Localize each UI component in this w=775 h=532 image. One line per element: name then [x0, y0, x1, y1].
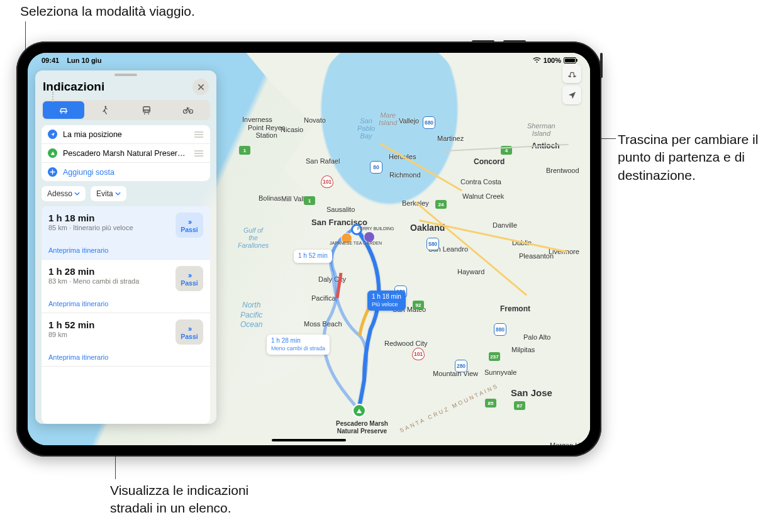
route-results-list: 1 h 18 min 85 km · Itinerario più veloce…: [42, 206, 210, 424]
directions-panel: Indicazioni: [35, 70, 216, 424]
destination-icon: [48, 148, 57, 158]
callout-show-list: Visualizza le indicazioni stradali in un…: [110, 482, 286, 518]
go-label: Passi: [181, 333, 198, 340]
home-indicator[interactable]: [272, 439, 346, 442]
steps-button[interactable]: ›› Passi: [176, 266, 203, 291]
drag-handle-icon[interactable]: [194, 150, 204, 157]
bubble-sub: Più veloce: [372, 301, 401, 308]
ipad-frame: 09:41 Lun 10 giu 100% North Pacific Ocea…: [16, 42, 601, 457]
preview-route-link[interactable]: Anteprima itinerario: [48, 300, 203, 308]
volume-button: [503, 40, 526, 43]
destination-label: Pescadero Marsh Natural Preserve: [63, 149, 186, 158]
go-label: Passi: [181, 279, 198, 287]
route-item-2[interactable]: 1 h 28 min 83 km · Meno cambi di strada …: [42, 260, 210, 313]
chevron-down-icon: [115, 192, 121, 196]
poi-label: FERRY BUILDING: [357, 226, 394, 231]
route-options-row: Adesso Evita: [35, 186, 216, 206]
route-bubble-alt2[interactable]: 1 h 28 min Meno cambi di strada: [267, 335, 330, 355]
callout-travel-mode: Seleziona la modalità viaggio.: [20, 3, 195, 20]
panel-grabber[interactable]: [114, 74, 137, 76]
add-stop-row[interactable]: Aggiungi sosta: [42, 163, 210, 181]
origin-label: La mia posizione: [63, 130, 122, 139]
route-detail: 83 km · Meno cambi di strada: [48, 277, 139, 285]
map-mode-button[interactable]: [562, 64, 581, 83]
close-button[interactable]: [192, 79, 209, 95]
route-stops-list: La mia posizione Pescadero Marsh Natural…: [42, 125, 210, 181]
svg-rect-1: [143, 107, 150, 113]
route-detail: 89 km: [48, 331, 94, 338]
route-bubble-primary[interactable]: 1 h 18 min Più veloce: [367, 291, 406, 311]
bubble-time: 1 h 18 min: [372, 293, 401, 301]
mode-drive[interactable]: [43, 101, 84, 119]
car-icon: [58, 106, 69, 114]
steps-button[interactable]: ›› Passi: [176, 319, 203, 345]
status-time: 09:41: [42, 57, 59, 64]
bubble-time: 1 h 52 min: [298, 252, 328, 259]
origin-icon: [48, 130, 57, 139]
avoid-dropdown[interactable]: Evita: [91, 186, 126, 201]
location-button[interactable]: [562, 86, 581, 104]
travel-mode-segment: [42, 100, 210, 120]
route-duration: 1 h 18 min: [48, 213, 133, 223]
double-chevron-icon: ››: [188, 324, 191, 333]
chevron-down-icon: [74, 192, 80, 196]
destination-label: Pescadero Marsh Natural Preserve: [336, 420, 388, 435]
route-item-1[interactable]: 1 h 18 min 85 km · Itinerario più veloce…: [42, 206, 210, 260]
preview-route-link[interactable]: Anteprima itinerario: [48, 247, 203, 254]
bike-icon: [182, 106, 194, 114]
mode-walk[interactable]: [84, 101, 126, 119]
stop-row-destination[interactable]: Pescadero Marsh Natural Preserve: [42, 144, 210, 163]
plus-icon: [48, 167, 57, 177]
wifi-icon: [533, 57, 541, 64]
double-chevron-icon: ››: [188, 271, 191, 279]
drag-handle-icon[interactable]: [194, 131, 204, 138]
bubble-sub: Meno cambi di strada: [271, 345, 325, 352]
svg-point-0: [104, 106, 106, 108]
svg-point-3: [148, 111, 149, 112]
transit-icon: [141, 106, 152, 114]
poi-label: JAPANESE TEA GARDEN: [330, 241, 382, 245]
callout-drag-reorder: Trascina per cambiare il punto di parten…: [618, 131, 775, 184]
go-label: Passi: [181, 226, 198, 233]
depart-time-dropdown[interactable]: Adesso: [42, 186, 86, 201]
walk-icon: [99, 106, 111, 114]
preview-route-link[interactable]: Anteprima itinerario: [48, 353, 203, 361]
status-date: Lun 10 giu: [67, 57, 101, 64]
double-chevron-icon: ››: [188, 218, 191, 226]
stop-row-origin[interactable]: La mia posizione: [42, 125, 210, 144]
destination-pin[interactable]: [352, 404, 366, 418]
depart-label: Adesso: [47, 189, 72, 198]
battery-icon: [564, 57, 576, 64]
steps-button[interactable]: ›› Passi: [176, 213, 203, 238]
route-item-3[interactable]: 1 h 52 min 89 km ›› Passi Anteprima itin…: [42, 313, 210, 367]
route-duration: 1 h 28 min: [48, 266, 139, 277]
power-button: [600, 53, 603, 78]
close-icon: [198, 84, 204, 91]
mode-cycle[interactable]: [167, 101, 209, 119]
route-bubble-alt3[interactable]: 1 h 52 min: [294, 250, 332, 263]
bubble-time: 1 h 28 min: [271, 337, 325, 345]
route-duration: 1 h 52 min: [48, 319, 94, 330]
svg-point-2: [145, 111, 146, 112]
battery-percentage: 100%: [544, 57, 561, 64]
add-stop-label: Aggiungi sosta: [63, 168, 114, 177]
status-bar: 09:41 Lun 10 giu 100%: [28, 53, 590, 65]
volume-button: [472, 40, 494, 43]
avoid-label: Evita: [96, 189, 113, 198]
route-detail: 85 km · Itinerario più veloce: [48, 224, 133, 231]
mode-transit[interactable]: [126, 101, 167, 119]
